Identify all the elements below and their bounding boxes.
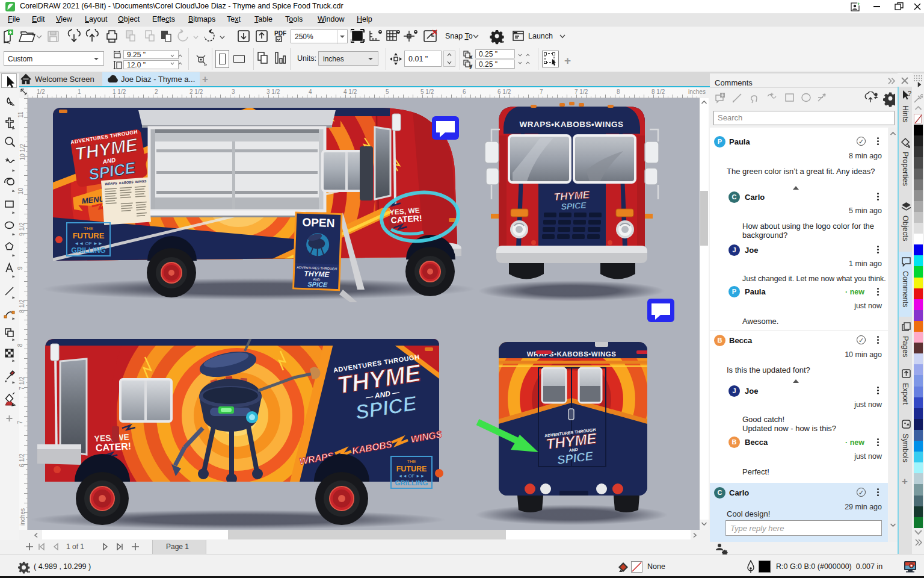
- svg-text:PDF: PDF: [274, 30, 286, 37]
- svg-text:x: x: [470, 55, 472, 59]
- svg-text:FUTURE: FUTURE: [396, 465, 427, 473]
- svg-text:FUTURE: FUTURE: [73, 231, 105, 240]
- svg-text:THE: THE: [407, 459, 416, 464]
- svg-text:THE: THE: [84, 226, 93, 231]
- svg-text:SPICE: SPICE: [561, 200, 587, 211]
- svg-text:Launch: Launch: [528, 32, 553, 40]
- svg-text:GRILLING: GRILLING: [71, 246, 105, 255]
- svg-text:y: y: [470, 64, 472, 69]
- svg-text:GRILLING: GRILLING: [395, 479, 428, 486]
- svg-text:?: ?: [908, 90, 911, 97]
- svg-text:OPEN: OPEN: [302, 216, 335, 229]
- svg-text:◄◄ OF ►►: ◄◄ OF ►►: [74, 241, 102, 246]
- svg-text:Snap To: Snap To: [445, 32, 473, 40]
- svg-text:SPICE: SPICE: [307, 281, 328, 288]
- svg-text:WRAPS•KABOBS•WINGS: WRAPS•KABOBS•WINGS: [520, 120, 624, 129]
- svg-text:CATER!: CATER!: [96, 441, 132, 453]
- svg-text:◄◄ OF ►►: ◄◄ OF ►►: [398, 473, 425, 479]
